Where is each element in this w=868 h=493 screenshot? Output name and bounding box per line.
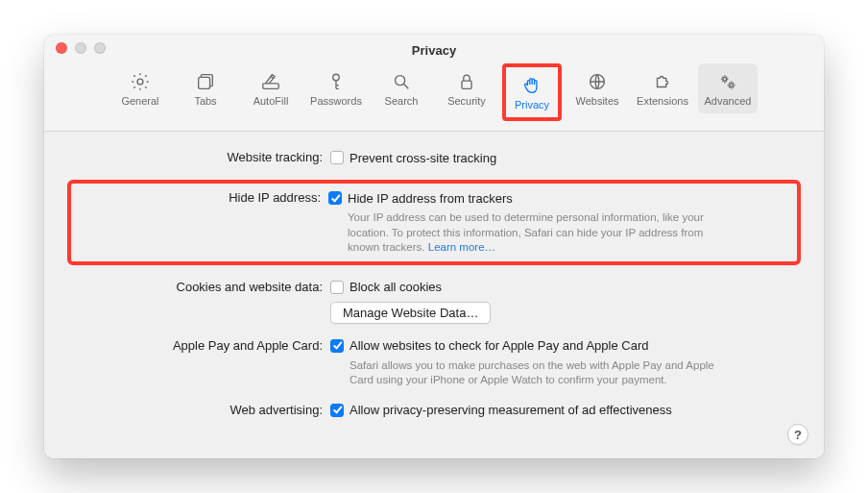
preferences-window: Privacy General Tabs AutoFill Passwords …	[44, 35, 824, 458]
tab-label: AutoFill	[253, 95, 289, 107]
tabs-icon	[194, 70, 217, 93]
tab-label: Extensions	[637, 95, 688, 107]
tab-label: Privacy	[515, 99, 549, 111]
tab-label: Security	[447, 95, 486, 107]
checkbox-label: Allow websites to check for Apple Pay an…	[350, 338, 648, 353]
highlight-hide-ip-section: Hide IP address: Hide IP address from tr…	[67, 180, 801, 265]
desc-text: Your IP address can be used to determine…	[348, 211, 704, 253]
row-web-advertising: Web advertising: Allow privacy-preservin…	[71, 402, 797, 419]
tab-label: Tabs	[194, 95, 216, 107]
checkbox-label: Hide IP address from trackers	[348, 191, 513, 206]
tab-label: Passwords	[310, 95, 362, 107]
label-web-advertising: Web advertising:	[71, 402, 330, 417]
checkbox-label: Prevent cross-site tracking	[350, 151, 496, 165]
tab-extensions[interactable]: Extensions	[633, 63, 692, 113]
privacy-pane: Website tracking: Prevent cross-site tra…	[44, 132, 824, 458]
tab-label: Websites	[575, 95, 618, 107]
gears-icon	[716, 70, 739, 93]
checkbox-apple-pay[interactable]: Allow websites to check for Apple Pay an…	[330, 337, 768, 355]
tab-search[interactable]: Search	[372, 63, 431, 113]
checkbox-hide-ip[interactable]: Hide IP address from trackers	[328, 189, 762, 207]
svg-point-8	[730, 84, 734, 87]
tab-autofill[interactable]: AutoFill	[241, 63, 301, 113]
row-cookies: Cookies and website data: Block all cook…	[71, 279, 797, 296]
apple-pay-description: Safari allows you to make purchases on t…	[330, 358, 714, 388]
hide-ip-description: Your IP address can be used to determine…	[328, 210, 712, 256]
lock-icon	[455, 70, 478, 93]
highlight-privacy-tab: Privacy	[502, 63, 562, 121]
tab-privacy[interactable]: Privacy	[506, 67, 558, 117]
checkbox-icon	[328, 191, 342, 205]
row-website-tracking: Website tracking: Prevent cross-site tra…	[71, 149, 797, 166]
manage-website-data-button[interactable]: Manage Website Data…	[330, 302, 491, 324]
svg-point-0	[137, 79, 143, 85]
learn-more-link[interactable]: Learn more…	[428, 241, 495, 253]
label-cookies: Cookies and website data:	[71, 279, 330, 294]
zoom-window-button[interactable]	[94, 42, 106, 54]
row-manage-data: Manage Website Data…	[71, 302, 797, 324]
checkbox-prevent-cross-site[interactable]: Prevent cross-site tracking	[330, 149, 768, 166]
checkbox-icon	[330, 151, 344, 164]
window-title: Privacy	[56, 43, 812, 58]
close-window-button[interactable]	[56, 42, 67, 54]
window-controls	[56, 42, 106, 54]
tab-label: Search	[385, 95, 419, 107]
tab-label: Advanced	[705, 95, 752, 107]
svg-rect-1	[199, 77, 210, 88]
checkbox-label: Block all cookies	[350, 280, 442, 294]
label-website-tracking: Website tracking:	[71, 149, 330, 164]
checkbox-icon	[330, 281, 344, 294]
checkbox-label: Allow privacy-preserving measurement of …	[350, 403, 672, 417]
checkbox-web-ads[interactable]: Allow privacy-preserving measurement of …	[330, 402, 768, 419]
globe-icon	[586, 70, 609, 93]
checkbox-icon	[330, 404, 344, 417]
svg-rect-5	[462, 81, 471, 88]
tab-websites[interactable]: Websites	[567, 63, 627, 113]
svg-point-7	[723, 77, 727, 81]
puzzle-icon	[651, 70, 674, 93]
tab-general[interactable]: General	[110, 63, 170, 113]
tab-security[interactable]: Security	[437, 63, 496, 113]
tab-label: General	[121, 95, 158, 107]
gear-icon	[129, 70, 152, 93]
tab-advanced[interactable]: Advanced	[698, 63, 758, 113]
label-apple-pay: Apple Pay and Apple Card:	[71, 337, 330, 353]
titlebar: Privacy	[44, 35, 824, 60]
checkbox-block-cookies[interactable]: Block all cookies	[330, 279, 768, 296]
tab-tabs[interactable]: Tabs	[176, 63, 235, 113]
row-apple-pay: Apple Pay and Apple Card: Allow websites…	[71, 337, 797, 388]
minimize-window-button[interactable]	[75, 42, 86, 54]
pencil-icon	[259, 70, 282, 93]
hand-icon	[520, 74, 543, 97]
svg-rect-2	[263, 84, 279, 89]
preferences-toolbar: General Tabs AutoFill Passwords Search S…	[44, 60, 824, 132]
help-button[interactable]: ?	[787, 424, 808, 445]
key-icon	[325, 70, 348, 93]
checkbox-icon	[330, 339, 344, 353]
label-hide-ip: Hide IP address:	[77, 189, 328, 256]
svg-point-4	[396, 76, 405, 86]
help-label: ?	[794, 428, 802, 442]
svg-point-3	[333, 74, 339, 80]
tab-passwords[interactable]: Passwords	[306, 63, 366, 113]
search-icon	[390, 70, 413, 93]
